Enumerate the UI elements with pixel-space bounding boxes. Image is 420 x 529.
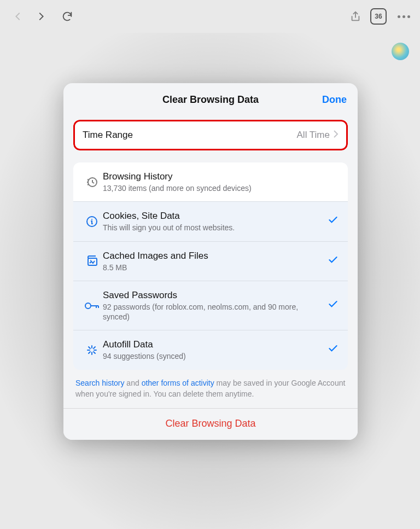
item-title: Autofill Data bbox=[103, 339, 323, 351]
avatar[interactable] bbox=[392, 43, 409, 60]
row-saved-passwords[interactable]: Saved Passwords 92 passwords (for roblox… bbox=[73, 281, 348, 330]
tabs-button[interactable]: 36 bbox=[367, 5, 390, 28]
item-subtitle: 92 passwords (for roblox.com, neolms.com… bbox=[103, 302, 323, 322]
time-range-value: All Time bbox=[297, 130, 330, 141]
tab-count-badge: 36 bbox=[370, 8, 387, 25]
data-types-list: Browsing History 13,730 items (and more … bbox=[73, 162, 348, 370]
chevron-right-icon bbox=[333, 130, 339, 141]
item-title: Browsing History bbox=[103, 171, 323, 183]
clear-browsing-data-dialog: Clear Browsing Data Done Time Range All … bbox=[63, 83, 358, 440]
history-icon bbox=[81, 176, 103, 189]
item-subtitle: This will sign you out of most websites. bbox=[103, 223, 323, 232]
footnote: Search history and other forms of activi… bbox=[73, 377, 348, 409]
back-button[interactable] bbox=[7, 5, 30, 28]
svg-rect-2 bbox=[88, 258, 97, 265]
other-activity-link[interactable]: other forms of activity bbox=[142, 379, 214, 387]
time-range-label: Time Range bbox=[83, 130, 297, 141]
clear-browsing-data-button[interactable]: Clear Browsing Data bbox=[63, 418, 358, 429]
checkmark-icon bbox=[326, 214, 340, 228]
more-button[interactable] bbox=[398, 15, 410, 18]
row-cached-images[interactable]: Cached Images and Files 8.5 MB bbox=[73, 241, 348, 281]
share-button[interactable] bbox=[344, 5, 367, 28]
done-button[interactable]: Done bbox=[322, 94, 347, 106]
info-icon bbox=[81, 215, 103, 228]
key-icon bbox=[81, 300, 103, 311]
item-subtitle: 13,730 items (and more on synced devices… bbox=[103, 183, 323, 193]
footnote-text: and bbox=[124, 379, 141, 387]
dialog-title: Clear Browsing Data bbox=[63, 94, 358, 106]
svg-point-4 bbox=[85, 303, 91, 309]
checkmark-icon bbox=[326, 343, 340, 357]
browser-toolbar: 36 bbox=[0, 0, 420, 33]
row-cookies[interactable]: Cookies, Site Data This will sign you ou… bbox=[73, 201, 348, 241]
item-title: Cached Images and Files bbox=[103, 250, 323, 262]
dialog-header: Clear Browsing Data Done bbox=[63, 83, 358, 120]
forward-button[interactable] bbox=[30, 5, 52, 28]
svg-point-3 bbox=[90, 260, 91, 261]
time-range-row[interactable]: Time Range All Time bbox=[73, 120, 348, 150]
item-subtitle: 94 suggestions (synced) bbox=[103, 351, 323, 361]
item-subtitle: 8.5 MB bbox=[103, 263, 323, 272]
checkmark-icon bbox=[326, 254, 340, 268]
dialog-footer: Clear Browsing Data bbox=[63, 408, 358, 440]
checkmark-icon bbox=[326, 299, 340, 312]
autofill-icon bbox=[81, 344, 103, 357]
images-icon bbox=[81, 254, 103, 268]
item-title: Saved Passwords bbox=[103, 289, 323, 301]
row-autofill-data[interactable]: Autofill Data 94 suggestions (synced) bbox=[73, 330, 348, 369]
item-title: Cookies, Site Data bbox=[103, 210, 323, 222]
search-history-link[interactable]: Search history bbox=[75, 379, 124, 387]
reload-button[interactable] bbox=[56, 5, 79, 28]
row-browsing-history[interactable]: Browsing History 13,730 items (and more … bbox=[73, 162, 348, 201]
